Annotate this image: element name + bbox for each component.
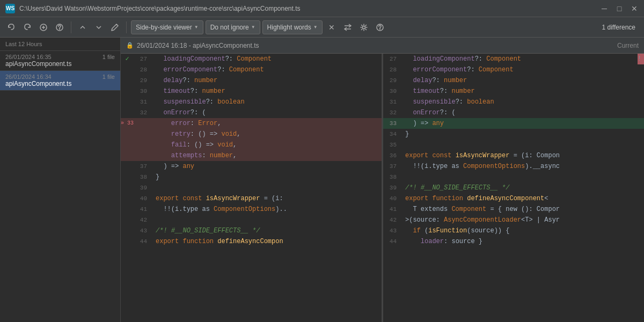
svg-point-4 bbox=[60, 28, 60, 29]
gutter-check: ✓ bbox=[121, 54, 134, 64]
svg-point-7 bbox=[362, 26, 365, 28]
help-button[interactable] bbox=[53, 20, 67, 34]
table-row: 42 bbox=[121, 215, 382, 225]
table-row: 44 export function defineAsyncCompon bbox=[121, 236, 382, 247]
minimize-button[interactable]: ─ bbox=[600, 4, 609, 13]
chevron-down-icon: ▼ bbox=[194, 25, 199, 30]
table-row: 41 !!(i.type as ComponentOptions).. bbox=[121, 204, 382, 215]
table-row: 42 >(source: AsyncComponentLoader<T> | A… bbox=[383, 215, 644, 225]
toolbar-separator-1 bbox=[71, 21, 71, 33]
table-row: 32 onError?: ( bbox=[383, 107, 644, 118]
swap-sides-button[interactable] bbox=[341, 20, 355, 34]
viewer-mode-dropdown[interactable]: Side-by-side viewer ▼ bbox=[131, 20, 203, 34]
chevron-down-icon: ▼ bbox=[313, 25, 318, 30]
table-row: 43 /*! #__NO_SIDE_EFFECTS__ */ bbox=[121, 225, 382, 236]
table-row: 28 errorComponent?: Component bbox=[383, 64, 644, 75]
left-file-label: 26/01/2024 16:18 - apiAsyncComponent.ts bbox=[137, 42, 259, 49]
table-row: 39 bbox=[121, 182, 382, 193]
table-row: 31 suspensible?: boolean bbox=[383, 97, 644, 107]
sidebar: Last 12 Hours 26/01/2024 16:35 1 file ap… bbox=[0, 38, 121, 322]
window-title: C:\Users\David Watson\WebstormProjects\c… bbox=[19, 5, 594, 12]
table-row: 37 ) => any bbox=[121, 161, 382, 172]
maximize-button[interactable]: □ bbox=[615, 4, 624, 13]
table-row: 40 export function defineAsyncComponent< bbox=[383, 193, 644, 204]
left-code-table: ✓ 27 loadingComponent?: Component 28 err… bbox=[121, 54, 382, 247]
title-bar: WS C:\Users\David Watson\WebstormProject… bbox=[0, 0, 644, 17]
svg-point-9 bbox=[379, 28, 380, 29]
table-row: 29 delay?: number bbox=[383, 75, 644, 86]
table-row: fail: () => void, bbox=[121, 140, 382, 150]
table-row: 39 /*! #__NO_SIDE_EFFECTS__ */ bbox=[383, 182, 644, 193]
redo-button[interactable] bbox=[20, 20, 34, 34]
sidebar-item-file-1: apiAsyncComponent.ts bbox=[5, 60, 115, 68]
table-row: attempts: number, bbox=[121, 150, 382, 161]
table-row: 44 loader: source } bbox=[383, 236, 644, 247]
diff-count: 1 difference bbox=[602, 24, 640, 31]
table-row: 34 } bbox=[383, 129, 644, 140]
close-diff-button[interactable]: ✕ bbox=[325, 20, 339, 34]
table-row: 32 onError?: ( bbox=[121, 107, 382, 118]
table-row: 28 errorComponent?: Component bbox=[121, 64, 382, 75]
table-row: 30 timeout?: number bbox=[121, 86, 382, 97]
error-gutter: ! bbox=[638, 54, 644, 64]
main-area: Last 12 Hours 26/01/2024 16:35 1 file ap… bbox=[0, 38, 644, 322]
table-row: 38 bbox=[383, 172, 644, 182]
left-panel[interactable]: ✓ 27 loadingComponent?: Component 28 err… bbox=[121, 54, 382, 322]
table-row: ✓ 27 loadingComponent?: Component bbox=[121, 54, 382, 64]
edit-button[interactable] bbox=[108, 20, 122, 34]
sidebar-item-2[interactable]: 26/01/2024 16:34 1 file apiAsyncComponen… bbox=[0, 71, 120, 91]
table-row: 29 delay?: number bbox=[121, 75, 382, 86]
table-row: 38 } bbox=[121, 172, 382, 182]
table-row: 40 export const isAsyncWrapper = (i: bbox=[121, 193, 382, 204]
undo-button[interactable] bbox=[4, 20, 18, 34]
navigate-down-button[interactable] bbox=[92, 20, 106, 34]
file-header-bar: 🔒 26/01/2024 16:18 - apiAsyncComponent.t… bbox=[121, 38, 644, 54]
table-row: 33 ) => any bbox=[383, 118, 644, 129]
table-row: 41 T extends Component = { new (): Compo… bbox=[383, 204, 644, 215]
table-row: 43 if (isFunction(source)) { bbox=[383, 225, 644, 236]
table-row: retry: () => void, bbox=[121, 129, 382, 140]
table-row: 31 suspensible?: boolean bbox=[121, 97, 382, 107]
sidebar-item-date-2: 26/01/2024 16:34 1 file bbox=[5, 74, 115, 80]
navigate-up-button[interactable] bbox=[76, 20, 90, 34]
sidebar-item-date-1: 26/01/2024 16:35 1 file bbox=[5, 54, 115, 60]
add-button[interactable] bbox=[36, 20, 50, 34]
toolbar-separator-2 bbox=[126, 21, 127, 33]
table-row: 27 loadingComponent?: Component ! bbox=[383, 54, 644, 64]
help2-button[interactable] bbox=[373, 20, 387, 34]
table-row: 36 export const isAsyncWrapper = (i: Com… bbox=[383, 150, 644, 161]
diff-panels: ✓ 27 loadingComponent?: Component 28 err… bbox=[121, 54, 644, 322]
table-row: 30 timeout?: number bbox=[383, 86, 644, 97]
table-row: » 33 error: Error, bbox=[121, 118, 382, 129]
close-button[interactable]: ✕ bbox=[630, 4, 639, 13]
highlight-dropdown[interactable]: Highlight words ▼ bbox=[262, 20, 323, 34]
sidebar-header: Last 12 Hours bbox=[0, 38, 120, 51]
table-row: 35 bbox=[383, 140, 644, 150]
content-area: 🔒 26/01/2024 16:18 - apiAsyncComponent.t… bbox=[121, 38, 644, 322]
sidebar-item-file-2: apiAsyncComponent.ts bbox=[5, 80, 115, 87]
right-code-table: 27 loadingComponent?: Component ! 28 err… bbox=[383, 54, 644, 247]
chevron-down-icon: ▼ bbox=[251, 25, 255, 30]
right-panel[interactable]: 27 loadingComponent?: Component ! 28 err… bbox=[383, 54, 644, 322]
ignore-dropdown[interactable]: Do not ignore ▼ bbox=[206, 20, 260, 34]
lock-icon: 🔒 bbox=[126, 42, 134, 49]
toolbar: Side-by-side viewer ▼ Do not ignore ▼ Hi… bbox=[0, 17, 644, 38]
table-row: 37 !!(i.type as ComponentOptions).__asyn… bbox=[383, 161, 644, 172]
current-label: Current bbox=[259, 42, 639, 49]
settings-button[interactable] bbox=[357, 20, 371, 34]
app-icon: WS bbox=[5, 4, 15, 13]
sidebar-item-1[interactable]: 26/01/2024 16:35 1 file apiAsyncComponen… bbox=[0, 51, 120, 71]
